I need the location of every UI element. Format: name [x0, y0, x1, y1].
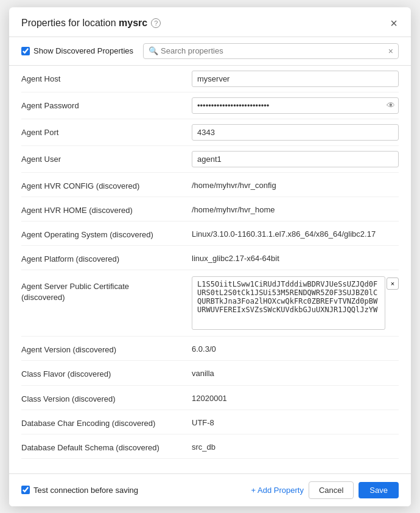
show-discovered-checkbox-label[interactable]: Show Discovered Properties	[21, 46, 133, 55]
prop-value-agent-platform: linux_glibc2.17-x64-64bit	[192, 251, 399, 263]
title-text: Properties for location	[21, 18, 119, 28]
properties-modal: Properties for location mysrc ? × Show D…	[9, 7, 411, 506]
prop-label-agent-platform: Agent Platform (discovered)	[21, 251, 192, 265]
agent-password-input[interactable]	[192, 97, 399, 114]
prop-value-db-char-encoding: UTF-8	[192, 415, 399, 427]
prop-value-db-default-schema: src_db	[192, 439, 399, 452]
prop-value-agent-host	[192, 71, 399, 87]
prop-label-db-default-schema: Database Default Schema (discovered)	[21, 439, 192, 453]
title-area: Properties for location mysrc ?	[21, 18, 161, 29]
footer-left: Test connection before saving	[21, 486, 138, 495]
title-bold: mysrc	[119, 18, 147, 28]
table-row: Agent Host	[21, 66, 399, 92]
add-property-button[interactable]: + Add Property	[251, 486, 304, 495]
close-button[interactable]: ×	[389, 17, 399, 29]
properties-list: Agent Host Agent Password 👁︎ Agent Port	[9, 66, 411, 473]
help-icon[interactable]: ?	[151, 18, 161, 28]
table-row: Agent Operating System (discovered) Linu…	[21, 222, 399, 246]
table-row: Class Version (discovered) 12020001	[21, 386, 399, 410]
cert-clear-button[interactable]: ×	[387, 277, 399, 290]
table-row: Agent Port	[21, 119, 399, 146]
prop-label-agent-password: Agent Password	[21, 97, 192, 111]
prop-value-agent-version: 6.0.3/0	[192, 341, 399, 354]
prop-value-class-version: 12020001	[192, 391, 399, 403]
modal-footer: Test connection before saving + Add Prop…	[9, 473, 411, 506]
prop-value-agent-os: Linux/3.10.0-1160.31.1.el7.x86_64/x86_64…	[192, 226, 399, 239]
prop-value-agent-port	[192, 124, 399, 141]
prop-cert-wrap: L1S5OiitLSww1CiRUdJTdddiwBDRVJUeSsUZJQd0…	[192, 276, 399, 330]
toolbar: Show Discovered Properties 🔍 ×	[9, 37, 411, 66]
prop-label-class-version: Class Version (discovered)	[21, 391, 192, 405]
test-connection-checkbox[interactable]	[21, 486, 30, 494]
cancel-button[interactable]: Cancel	[309, 481, 354, 499]
table-row: Agent User	[21, 146, 399, 173]
cert-scrollbar-area: ×	[387, 276, 399, 290]
agent-cert-textarea[interactable]: L1S5OiitLSww1CiRUdJTdddiwBDRVJUeSsUZJQd0…	[192, 276, 385, 330]
table-row: Agent Server Public Certificate(discover…	[21, 270, 399, 337]
clear-search-button[interactable]: ×	[388, 46, 393, 56]
search-input[interactable]	[161, 46, 388, 55]
table-row: Agent HVR HOME (discovered) /home/myhvr/…	[21, 197, 399, 222]
modal-title: Properties for location mysrc	[21, 18, 147, 29]
toggle-password-visibility-button[interactable]: 👁︎	[387, 100, 395, 110]
prop-value-class-flavor: vanilla	[192, 366, 399, 378]
prop-value-hvr-config: /home/myhvr/hvr_config	[192, 178, 399, 190]
search-icon: 🔍	[149, 46, 158, 55]
test-connection-checkbox-label[interactable]: Test connection before saving	[21, 486, 138, 495]
prop-value-agent-user	[192, 151, 399, 167]
prop-label-agent-user: Agent User	[21, 151, 192, 165]
password-wrap: 👁︎	[192, 97, 399, 114]
prop-label-agent-host: Agent Host	[21, 71, 192, 85]
prop-label-agent-os: Agent Operating System (discovered)	[21, 226, 192, 240]
save-button[interactable]: Save	[359, 482, 399, 498]
show-discovered-checkbox[interactable]	[21, 47, 30, 55]
prop-label-agent-cert: Agent Server Public Certificate(discover…	[21, 276, 192, 303]
cert-row: L1S5OiitLSww1CiRUdJTdddiwBDRVJUeSsUZJQd0…	[192, 276, 399, 330]
prop-label-hvr-home: Agent HVR HOME (discovered)	[21, 202, 192, 216]
table-row: Agent Password 👁︎	[21, 92, 399, 119]
prop-label-agent-version: Agent Version (discovered)	[21, 341, 192, 355]
prop-value-agent-password: 👁︎	[192, 97, 399, 114]
table-row: Database Default Schema (discovered) src…	[21, 434, 399, 459]
prop-label-db-char-encoding: Database Char Encoding (discovered)	[21, 415, 192, 429]
footer-right: + Add Property Cancel Save	[251, 481, 399, 499]
table-row: Database Char Encoding (discovered) UTF-…	[21, 410, 399, 434]
agent-user-input[interactable]	[192, 151, 399, 167]
search-box: 🔍 ×	[143, 43, 399, 59]
table-row: Agent HVR CONFIG (discovered) /home/myhv…	[21, 173, 399, 197]
prop-label-class-flavor: Class Flavor (discovered)	[21, 366, 192, 380]
prop-label-agent-port: Agent Port	[21, 124, 192, 138]
agent-host-input[interactable]	[192, 71, 399, 87]
table-row: Class Flavor (discovered) vanilla	[21, 361, 399, 385]
test-connection-label: Test connection before saving	[33, 486, 138, 495]
table-row: Agent Version (discovered) 6.0.3/0	[21, 337, 399, 361]
prop-value-hvr-home: /home/myhvr/hvr_home	[192, 202, 399, 214]
agent-port-input[interactable]	[192, 124, 399, 141]
table-row: Agent Platform (discovered) linux_glibc2…	[21, 246, 399, 270]
prop-label-hvr-config: Agent HVR CONFIG (discovered)	[21, 178, 192, 192]
modal-header: Properties for location mysrc ? ×	[9, 7, 411, 37]
show-discovered-label: Show Discovered Properties	[33, 46, 133, 55]
